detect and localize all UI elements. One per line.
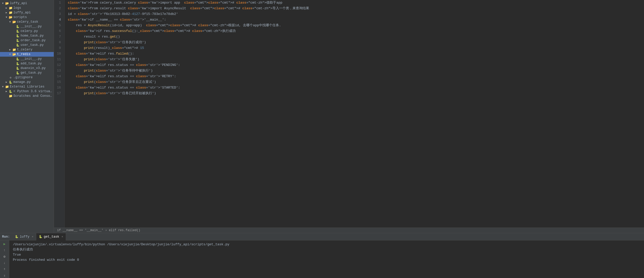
sidebar-item-scripts[interactable]: ▼📂scripts — [0, 15, 54, 20]
sidebar-item-label: External Libraries — [9, 85, 54, 89]
sidebar-item-label: manage.py — [13, 80, 54, 84]
sidebar-item-label: celery_task — [16, 20, 54, 24]
line-number: 8 — [54, 40, 62, 45]
sidebar-item-order-task[interactable]: 🐍order_task.py — [0, 38, 54, 43]
arrow-icon: ▶ — [5, 90, 8, 93]
code-line: class='kw'>from celery.result class='kw'… — [68, 6, 644, 11]
settings-button[interactable]: ⚙ — [2, 254, 8, 259]
code-line: class='kw'>elif res.status == class='str… — [68, 74, 644, 79]
py-file-icon: 🐍 — [15, 25, 20, 28]
arrow-icon: ▼ — [8, 21, 12, 23]
sidebar-item-manage-py[interactable]: ▶🐍manage.py — [0, 80, 54, 84]
sidebar-item-logs[interactable]: ▶📁logs — [0, 6, 54, 10]
code-lines: class='kw'>from celery_task.celery class… — [65, 0, 644, 228]
sidebar-item-python36[interactable]: ▶🐍< Python 3.6 virtualenv — [0, 89, 54, 94]
bottom-tab-get_task[interactable]: 🐍get_task× — [36, 233, 66, 240]
tab-close-button[interactable]: × — [32, 235, 34, 238]
folder-icon: 📂 — [12, 53, 16, 56]
editor-area: 1234567891011121314151617 class='kw'>fro… — [54, 0, 644, 233]
line-number: 11 — [54, 57, 62, 62]
main-area: ▼📂luffy_api▶📁logs▶📁luffy_api▼📂scripts▼📂c… — [0, 0, 644, 233]
sidebar-item-t-redis[interactable]: ▼📂t_redis — [0, 52, 54, 57]
sidebar: ▼📂luffy_api▶📁logs▶📁luffy_api▼📂scripts▼📂c… — [0, 0, 54, 233]
sidebar-item-t-redis-init[interactable]: 🐍__init__.py — [0, 57, 54, 61]
arrow-icon: ▶ — [5, 81, 8, 84]
tab-close-button[interactable]: × — [61, 235, 63, 238]
tab-label: get_task — [44, 235, 59, 239]
sidebar-item-user-task[interactable]: 🐍user_task.py — [0, 43, 54, 47]
sidebar-item-label: Scratches and Consoles — [13, 94, 54, 98]
sidebar-item-label: t_redis — [16, 53, 54, 56]
sidebar-item-label: user_task.py — [20, 43, 54, 47]
code-line: print(class='str'>'任务等待中被执行') — [68, 68, 644, 74]
line-number: 1 — [54, 0, 62, 6]
sidebar-item-home-task[interactable]: 🐍home_task.py — [0, 33, 54, 38]
sidebar-item-celery-py[interactable]: 🐍celery.py — [0, 29, 54, 33]
sidebar-item-luffy-api-root[interactable]: ▼📂luffy_api — [0, 1, 54, 6]
run-label: Run: — [2, 235, 10, 239]
tab-icon: 🐍 — [39, 235, 42, 238]
sidebar-item-label: < Python 3.6 virtualenv — [13, 90, 54, 93]
arrow-icon: ▼ — [1, 2, 5, 5]
sidebar-item-external-libs[interactable]: ▼📁External Libraries — [0, 84, 54, 89]
py-file-icon: 🐍 — [15, 34, 20, 38]
py-file-icon: 🐍 — [15, 29, 20, 33]
folder-icon: 📁 — [12, 48, 16, 51]
arrow-icon: ▼ — [5, 16, 8, 19]
folder-icon: 📁 — [8, 6, 13, 10]
folder-icon: 📁 — [8, 94, 13, 98]
down-button[interactable]: ↓ — [2, 260, 8, 265]
bottom-tab-luffy[interactable]: 🐍luffy× — [12, 233, 36, 240]
sidebar-item-get-task[interactable]: 🐍get_task.py — [0, 71, 54, 75]
line-number: 2 — [54, 6, 62, 11]
line-number: 5 — [54, 23, 62, 28]
line-number: 6 — [54, 28, 62, 34]
line-number: 15 — [54, 79, 62, 85]
output-line: True — [13, 252, 640, 257]
line-number: 4 — [54, 17, 62, 23]
up-button[interactable]: ↑ — [2, 248, 8, 253]
sidebar-item-label: logs — [13, 6, 54, 10]
code-line: res = AsyncResult(id=id, app=app) class=… — [68, 23, 644, 28]
bottom-output: /Users/xiejunjie/.virtualenvs/luffy/bin/… — [9, 240, 644, 278]
py-file-icon: 🐍 — [15, 62, 20, 65]
bottom-controls: ▶ ↑ ⚙ ↓ ⇑ ⇓ — [0, 240, 9, 278]
sidebar-item-label: duanxin_v3.py — [20, 66, 54, 70]
sidebar-item-t-celery[interactable]: ▶📁t_celery — [0, 47, 54, 52]
py-file-icon: 🐍 — [8, 90, 13, 93]
output-line: 任务执行成功 — [13, 247, 640, 252]
git-icon: ⚙ — [8, 76, 13, 79]
line-number: 16 — [54, 85, 62, 91]
scroll-down-button[interactable]: ⇓ — [2, 273, 8, 278]
sidebar-item-luffy-api[interactable]: ▶📁luffy_api — [0, 10, 54, 15]
sidebar-item-scratches[interactable]: 📁Scratches and Consoles — [0, 94, 54, 98]
py-file-icon: 🐍 — [15, 57, 20, 61]
code-line: print(class='str'>'任务执行成功') — [68, 40, 644, 45]
folder-icon: 📂 — [5, 2, 9, 5]
breadcrumb-bar: if __name__ == '__main__' › elif res.fai… — [54, 228, 644, 233]
sidebar-item-label: t_celery — [16, 48, 54, 51]
sidebar-item-celery-task[interactable]: ▼📂celery_task — [0, 20, 54, 24]
sidebar-item-init-py[interactable]: 🐍__init__.py — [0, 24, 54, 29]
output-line: Process finished with exit code 0 — [13, 257, 640, 263]
code-line: ● class='kw'>elif res.status == class='s… — [68, 85, 644, 91]
code-line: print(class='str'>'任务异常后正在重试') — [68, 79, 644, 85]
line-number: 14 — [54, 74, 62, 79]
sidebar-item-duanxin-v3[interactable]: 🐍duanxin_v3.py — [0, 66, 54, 71]
code-line: class='kw'>from celery_task.celery class… — [68, 0, 644, 6]
code-line: ● class='kw'>if res.successful():_class=… — [68, 28, 644, 34]
sidebar-item-add-task[interactable]: 🐍add_task.py — [0, 61, 54, 66]
line-number: 17 — [54, 91, 62, 96]
sidebar-item-gitignore[interactable]: ⚙.gitignore — [0, 75, 54, 80]
sidebar-item-label: __init__.py — [20, 25, 54, 28]
sidebar-item-label: scripts — [13, 15, 54, 19]
run-button[interactable]: ▶ — [2, 241, 8, 247]
code-container[interactable]: 1234567891011121314151617 class='kw'>fro… — [54, 0, 644, 228]
py-file-icon: 🐍 — [15, 39, 20, 42]
sidebar-item-label: .gitignore — [13, 76, 54, 79]
scroll-up-button[interactable]: ⇑ — [2, 266, 8, 272]
sidebar-item-label: get_task.py — [20, 71, 54, 75]
bottom-tabs: Run: 🐍luffy×🐍get_task× — [0, 233, 644, 240]
arrow-icon: ▶ — [8, 48, 12, 51]
py-file-icon: 🐍 — [8, 80, 13, 84]
